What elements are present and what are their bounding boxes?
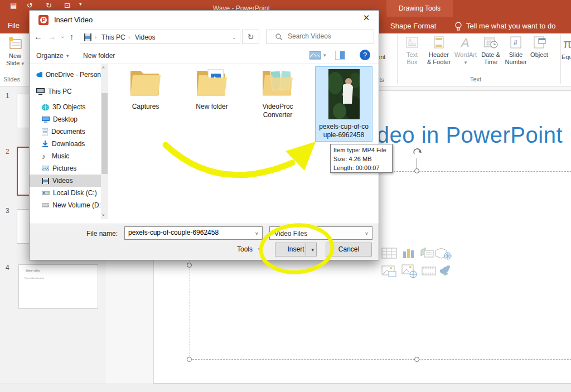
- btn-label: Text: [407, 51, 418, 58]
- new-slide-button[interactable]: New Slide ▾: [2, 36, 28, 67]
- date-time-button[interactable]: Date &Time: [477, 36, 505, 66]
- svg-text:A: A: [460, 36, 470, 49]
- sidebar-label: OneDrive - Person: [46, 71, 101, 79]
- tab-file[interactable]: File: [8, 21, 20, 30]
- file-tile-pexels-video-selected[interactable]: pexels-cup-of-co uple-6962458: [315, 66, 372, 142]
- equation-label-fragment: Equ: [562, 54, 571, 60]
- svg-text:#: #: [514, 39, 517, 47]
- text-box-button[interactable]: A TextBox: [398, 36, 426, 66]
- object-button[interactable]: Object: [525, 36, 553, 59]
- view-dropdown-icon[interactable]: ▾: [323, 52, 326, 58]
- slide-1-thumbnail[interactable]: [17, 94, 29, 128]
- smartart-icon: [421, 248, 433, 257]
- scroll-down-icon[interactable]: ˅: [102, 212, 105, 217]
- sidebar-label: Desktop: [53, 115, 78, 123]
- folder-icon: [127, 66, 164, 98]
- sidebar-item-documents[interactable]: Documents: [30, 125, 101, 138]
- view-thumbnails-icon[interactable]: [309, 51, 321, 60]
- help-icon[interactable]: ?: [360, 50, 370, 60]
- wordart-button[interactable]: A WordArt▾: [452, 36, 480, 66]
- cancel-button[interactable]: Cancel: [326, 243, 372, 257]
- sidebar-item-pictures[interactable]: Pictures: [30, 162, 101, 175]
- file-info-tooltip: Item type: MP4 File Size: 4.26 MB Length…: [330, 144, 393, 173]
- file-type-value: Video Files: [274, 230, 307, 238]
- tell-me-box[interactable]: Tell me what you want to do: [466, 22, 555, 30]
- file-tile-videoproc[interactable]: VideoProc Converter: [250, 66, 306, 119]
- sidebar-label: Documents: [51, 128, 85, 135]
- file-type-dropdown[interactable]: Video Files ˅: [269, 226, 372, 240]
- breadcrumb-this-pc[interactable]: This PC: [101, 33, 125, 41]
- redo-icon[interactable]: ↻: [46, 1, 52, 9]
- file-tile-captures[interactable]: Captures: [118, 66, 173, 111]
- sidebar-label: 3D Objects: [52, 103, 85, 111]
- sidebar-item-this-pc[interactable]: This PC: [30, 85, 101, 98]
- save-icon[interactable]: ▤: [10, 1, 17, 9]
- split-divider: [306, 243, 306, 256]
- slide-2-number: 2: [6, 148, 9, 156]
- svg-text:A: A: [408, 38, 412, 43]
- bottom-left-handle[interactable]: [187, 357, 192, 362]
- help-glyph: ?: [363, 51, 367, 59]
- chevron-down-icon[interactable]: ˅: [255, 231, 258, 236]
- file-tile-new-folder[interactable]: New folder: [184, 66, 240, 111]
- back-button[interactable]: ←: [34, 32, 42, 41]
- rotate-handle-icon[interactable]: [411, 147, 423, 159]
- close-icon[interactable]: ✕: [360, 13, 373, 23]
- new-folder-button[interactable]: New folder: [83, 52, 115, 60]
- sidebar-item-videos[interactable]: Videos: [30, 175, 101, 187]
- sidebar-scrollbar[interactable]: ˄ ˅: [101, 64, 108, 219]
- tools-menu[interactable]: Tools: [237, 245, 253, 253]
- top-middle-handle[interactable]: [414, 168, 419, 173]
- sidebar-label: New Volume (D:: [52, 201, 101, 209]
- videos-icon: [42, 178, 49, 184]
- breadcrumb-separator: ›: [128, 35, 130, 40]
- pictures-icon: [42, 166, 49, 171]
- onedrive-cloud-icon: [36, 72, 42, 78]
- insert-button[interactable]: Insert ▾: [275, 243, 317, 257]
- sidebar-item-music[interactable]: ♪ Music: [30, 150, 101, 162]
- search-input[interactable]: [288, 32, 366, 40]
- sidebar-item-3d-objects[interactable]: 3D Objects: [30, 101, 101, 113]
- refresh-button[interactable]: ↻: [242, 30, 259, 44]
- header-footer-button[interactable]: Header& Footer: [425, 36, 453, 66]
- preview-pane-icon[interactable]: [335, 51, 345, 60]
- tooltip-item-type: Item type: MP4 File: [333, 146, 389, 154]
- table-icon: [382, 248, 396, 258]
- new-slide-icon: [8, 36, 22, 50]
- music-note-icon: ♪: [42, 152, 49, 161]
- rotate-handle-stem: [417, 158, 417, 169]
- history-dropdown-icon[interactable]: ⌄: [60, 33, 65, 39]
- start-presentation-icon[interactable]: ⊡: [64, 1, 70, 9]
- undo-icon[interactable]: ↺: [27, 1, 33, 9]
- chevron-down-icon: ▾: [258, 246, 261, 252]
- scroll-up-icon[interactable]: ˄: [102, 65, 105, 70]
- slide-4-thumbnail[interactable]: Wave video Face video freezing: [18, 264, 98, 309]
- sidebar-item-new-volume-d[interactable]: New Volume (D:: [30, 199, 101, 211]
- file-name-combobox[interactable]: ˅: [124, 226, 263, 240]
- sidebar-label: Downloads: [52, 140, 85, 148]
- forward-button[interactable]: →: [47, 32, 56, 41]
- cancel-button-label: Cancel: [338, 245, 359, 253]
- text-group-label: Text: [470, 76, 481, 83]
- breadcrumb[interactable]: › This PC › Videos ⌄: [80, 30, 240, 44]
- tab-shape-format[interactable]: Shape Format: [390, 22, 436, 30]
- organize-menu[interactable]: Organize: [36, 52, 64, 60]
- file-name-input[interactable]: [128, 229, 245, 236]
- bottom-middle-handle[interactable]: [414, 357, 419, 362]
- sidebar-item-onedrive[interactable]: OneDrive - Person: [30, 69, 101, 81]
- slide-3-thumbnail[interactable]: [17, 209, 29, 244]
- insert-dropdown-icon[interactable]: ▾: [311, 244, 314, 257]
- search-box[interactable]: [266, 30, 374, 44]
- breadcrumb-dropdown-icon[interactable]: ⌄: [232, 35, 236, 40]
- sidebar-item-desktop[interactable]: Desktop: [30, 113, 101, 125]
- desktop-icon: [42, 117, 50, 123]
- breadcrumb-videos[interactable]: Videos: [135, 33, 155, 41]
- qat-customize-icon[interactable]: ▾: [79, 1, 82, 7]
- left-middle-handle[interactable]: [187, 263, 192, 268]
- sidebar-item-local-disk-c[interactable]: Local Disk (C:): [30, 187, 101, 199]
- lightbulb-icon: [454, 21, 463, 31]
- sidebar-item-downloads[interactable]: Downloads: [30, 138, 101, 150]
- up-button[interactable]: ↑: [70, 32, 74, 41]
- slide-2-thumbnail-selected[interactable]: [17, 147, 29, 196]
- scrollbar-thumb[interactable]: [101, 93, 108, 174]
